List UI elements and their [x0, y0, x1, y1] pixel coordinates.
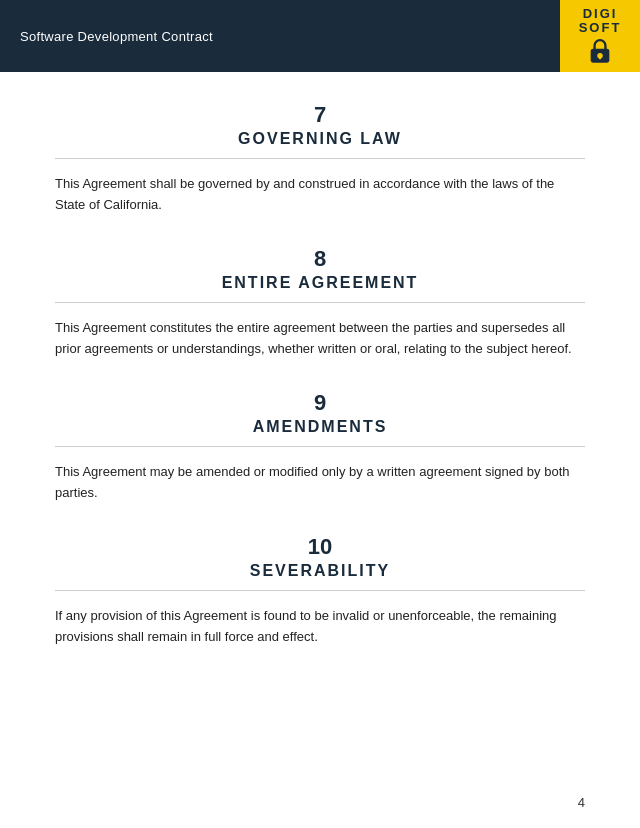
- page-footer: 4: [0, 785, 640, 828]
- page: Software Development Contract DIGI SOFT: [0, 0, 640, 828]
- page-number: 4: [578, 795, 585, 810]
- section-body: This Agreement shall be governed by and …: [55, 173, 585, 216]
- svg-rect-2: [599, 56, 601, 60]
- section-title: AMENDMENTS: [55, 418, 585, 436]
- logo-text-digi: DIGI: [583, 7, 618, 21]
- logo-icon: [586, 37, 614, 65]
- section-title: GOVERNING LAW: [55, 130, 585, 148]
- section-divider: [55, 446, 585, 447]
- section-body: This Agreement may be amended or modifie…: [55, 461, 585, 504]
- section-number: 10: [55, 534, 585, 560]
- section-number: 8: [55, 246, 585, 272]
- section-8: 8 ENTIRE AGREEMENT This Agreement consti…: [55, 246, 585, 360]
- section-title: SEVERABILITY: [55, 562, 585, 580]
- section-10: 10 SEVERABILITY If any provision of this…: [55, 534, 585, 648]
- section-number: 9: [55, 390, 585, 416]
- header: Software Development Contract DIGI SOFT: [0, 0, 640, 72]
- section-body: This Agreement constitutes the entire ag…: [55, 317, 585, 360]
- section-divider: [55, 302, 585, 303]
- section-divider: [55, 590, 585, 591]
- section-7: 7 GOVERNING LAW This Agreement shall be …: [55, 102, 585, 216]
- header-title: Software Development Contract: [20, 29, 213, 44]
- section-9: 9 AMENDMENTS This Agreement may be amend…: [55, 390, 585, 504]
- logo: DIGI SOFT: [560, 0, 640, 72]
- section-divider: [55, 158, 585, 159]
- logo-text-soft: SOFT: [579, 21, 622, 35]
- main-content: 7 GOVERNING LAW This Agreement shall be …: [0, 72, 640, 785]
- section-number: 7: [55, 102, 585, 128]
- section-body: If any provision of this Agreement is fo…: [55, 605, 585, 648]
- section-title: ENTIRE AGREEMENT: [55, 274, 585, 292]
